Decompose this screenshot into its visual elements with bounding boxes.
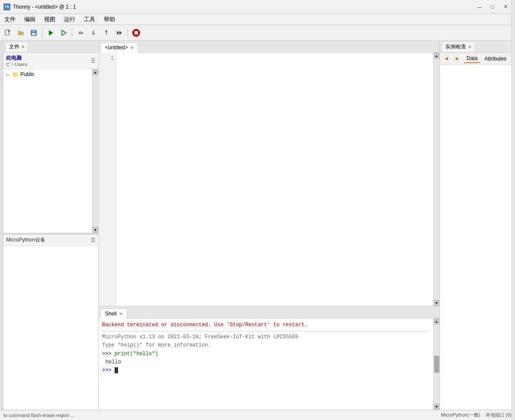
shell-prompt2: >>> xyxy=(102,367,115,373)
svg-marker-5 xyxy=(49,30,53,35)
stop-button[interactable] xyxy=(130,27,142,39)
micropython-menu-icon[interactable]: ☰ xyxy=(91,237,96,243)
editor-tab-label: <untitled> xyxy=(105,45,128,51)
debug-button[interactable] xyxy=(58,27,70,39)
right-content xyxy=(440,65,515,410)
left-accent xyxy=(0,41,3,410)
svg-marker-13 xyxy=(117,31,119,35)
files-tab-label: 文件 xyxy=(9,43,19,51)
shell-command-line: >>> print("hello") xyxy=(102,350,430,358)
shell-scroll-up[interactable]: ▲ xyxy=(434,318,439,325)
close-button[interactable]: ✕ xyxy=(499,3,512,11)
shell-cmd1: print("hello") xyxy=(115,351,158,357)
shell-scrollbar[interactable]: ▲ ▼ xyxy=(433,318,439,410)
scroll-down-btn[interactable]: ▼ xyxy=(93,227,98,233)
shell-prompt1: >>> xyxy=(102,351,115,357)
forward-button[interactable] xyxy=(453,54,462,64)
open-file-button[interactable] xyxy=(15,27,27,39)
run-button[interactable] xyxy=(45,27,57,39)
statusbar-right-text: MicroPython(一般) 本地端口 (0) xyxy=(441,412,512,418)
save-file-button[interactable] xyxy=(28,27,40,39)
files-tree-scroll: ▷ 📁 Public ▲ ▼ xyxy=(3,69,98,233)
svg-rect-16 xyxy=(134,31,138,35)
shell-tab-label: Shell xyxy=(105,311,117,317)
files-menu-icon[interactable]: ☰ xyxy=(91,58,96,64)
svg-marker-17 xyxy=(445,57,448,60)
menu-file[interactable]: 文件 xyxy=(0,14,20,25)
this-pc-title[interactable]: 此电脑 xyxy=(6,54,27,62)
right-accent xyxy=(512,41,515,410)
toolbar xyxy=(0,25,515,41)
resume-button[interactable] xyxy=(113,27,125,39)
files-section: 文件 ✕ 此电脑 C: \ Users ☰ ▷ 📁 Public xyxy=(3,41,98,410)
shell-scroll-thumb xyxy=(434,356,439,373)
shell-output1: hello xyxy=(102,358,430,366)
minimize-button[interactable]: — xyxy=(473,3,486,11)
editor-tab-close[interactable]: ✕ xyxy=(130,45,134,50)
left-panel: 文件 ✕ 此电脑 C: \ Users ☰ ▷ 📁 Public xyxy=(3,41,99,410)
shell-tab-close[interactable]: ✕ xyxy=(119,312,122,316)
files-tab[interactable]: 文件 ✕ xyxy=(5,41,29,52)
data-tab[interactable]: Data xyxy=(464,54,480,63)
micropython-title[interactable]: MicroPython设备 xyxy=(6,236,45,244)
files-tree: ▷ 📁 Public xyxy=(3,69,92,233)
scroll-track xyxy=(93,75,98,227)
inspector-tab-label: 实例检查 xyxy=(445,43,466,51)
statusbar-port: 本地端口 (0) xyxy=(486,412,512,417)
menu-tools[interactable]: 工具 xyxy=(80,14,99,25)
editor-scroll-up[interactable]: ▲ xyxy=(434,53,439,59)
editor-scrollbar[interactable]: ▲ ▼ xyxy=(433,53,439,306)
shell-scroll-down[interactable]: ▼ xyxy=(434,404,439,410)
tree-item-label: Public xyxy=(20,71,35,77)
scroll-up-btn[interactable]: ▲ xyxy=(93,69,98,75)
svg-rect-4 xyxy=(32,33,35,35)
inspector-tab-close[interactable]: ✕ xyxy=(468,45,471,49)
new-file-button[interactable] xyxy=(2,27,14,39)
shell-current-line: >>> xyxy=(102,366,430,375)
shell-scroll-track xyxy=(434,325,439,356)
editor-tab-untitled[interactable]: <untitled> ✕ xyxy=(100,42,138,53)
svg-marker-14 xyxy=(119,31,122,35)
menu-view[interactable]: 视图 xyxy=(40,14,60,25)
right-toolbar: Data Attributes xyxy=(440,53,515,65)
shell-tab[interactable]: Shell ✕ xyxy=(100,309,127,318)
folder-icon: 📁 xyxy=(12,71,19,78)
micropython-header: MicroPython设备 ☰ xyxy=(3,235,98,246)
svg-rect-3 xyxy=(32,30,35,32)
shell-divider1 xyxy=(102,331,430,331)
tree-item-public[interactable]: ▷ 📁 Public xyxy=(4,70,91,79)
step-into-button[interactable] xyxy=(87,27,99,39)
maximize-button[interactable]: □ xyxy=(486,3,499,11)
svg-marker-6 xyxy=(62,30,66,35)
editor-scroll-down[interactable]: ▼ xyxy=(434,300,439,306)
titlebar: Th Thonny - <untitled> @ 1 : 1 — □ ✕ xyxy=(0,0,515,14)
main-area: 文件 ✕ 此电脑 C: \ Users ☰ ▷ 📁 Public xyxy=(0,41,515,410)
back-button[interactable] xyxy=(441,54,451,64)
files-scrollbar[interactable]: ▲ ▼ xyxy=(92,69,98,233)
editor-tab-bar: <untitled> ✕ xyxy=(99,41,439,53)
shell-content-area: Backend terminated or disconnected. Use … xyxy=(99,318,439,410)
inspector-tab[interactable]: 实例检查 ✕ xyxy=(441,41,475,52)
shell-info2: Type "help()" for more information. xyxy=(102,341,430,350)
menu-help[interactable]: 帮助 xyxy=(99,14,119,25)
shell-scroll-track2 xyxy=(434,373,439,404)
shell-content[interactable]: Backend terminated or disconnected. Use … xyxy=(99,318,433,410)
attributes-tab[interactable]: Attributes xyxy=(482,55,509,63)
statusbar-left-text: to command flash-erase-region ... xyxy=(3,413,441,418)
shell-error-msg: Backend terminated or disconnected. Use … xyxy=(102,321,430,329)
window-title: Thonny - <untitled> @ 1 : 1 xyxy=(13,4,473,10)
files-tab-close[interactable]: ✕ xyxy=(21,45,25,49)
svg-marker-12 xyxy=(105,30,108,32)
right-tab-bar: 实例检查 ✕ xyxy=(440,41,515,53)
statusbar-mode: MicroPython(一般) xyxy=(441,412,480,417)
right-panel: 实例检查 ✕ Data Attributes xyxy=(439,41,515,410)
step-over-button[interactable] xyxy=(74,27,86,39)
editor-scroll-track xyxy=(434,59,439,300)
shell-panel: Shell ✕ Backend terminated or disconnect… xyxy=(99,306,439,410)
menu-edit[interactable]: 编辑 xyxy=(20,14,40,25)
micropython-tree xyxy=(3,246,98,410)
menu-run[interactable]: 运行 xyxy=(60,14,80,25)
editor-content[interactable] xyxy=(116,53,433,306)
step-out-button[interactable] xyxy=(100,27,112,39)
line-numbers: 1 xyxy=(99,53,116,306)
